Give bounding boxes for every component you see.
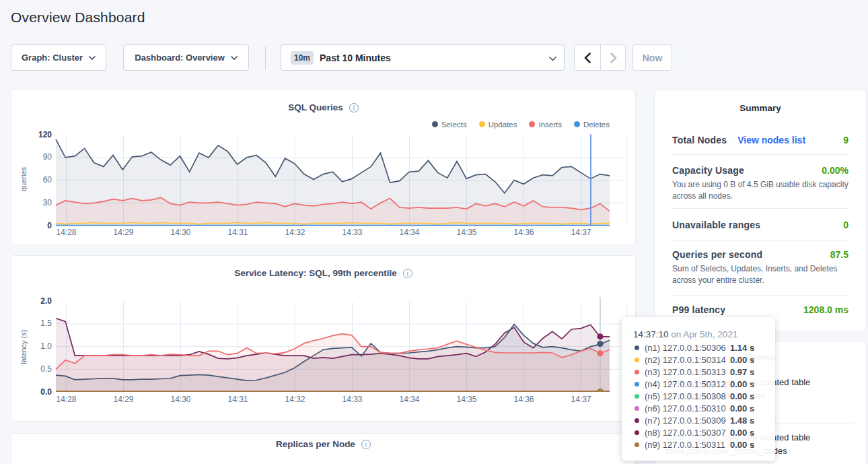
svg-text:30: 30	[43, 198, 52, 207]
svg-text:14:37: 14:37	[571, 228, 591, 237]
svg-text:14:28: 14:28	[56, 228, 76, 237]
svg-text:14:32: 14:32	[285, 395, 305, 404]
svg-text:90: 90	[43, 152, 52, 162]
svg-text:14:36: 14:36	[513, 228, 534, 237]
svg-text:14:29: 14:29	[113, 228, 133, 237]
svg-text:14:30: 14:30	[170, 395, 190, 404]
svg-text:14:36: 14:36	[513, 395, 534, 404]
svg-text:14:28: 14:28	[56, 395, 76, 404]
svg-text:14:31: 14:31	[227, 228, 248, 237]
svg-text:1.5: 1.5	[40, 319, 52, 328]
svg-text:14:30: 14:30	[170, 228, 190, 237]
svg-text:1.0: 1.0	[40, 341, 52, 351]
svg-text:14:29: 14:29	[113, 395, 133, 404]
svg-text:14:31: 14:31	[227, 395, 248, 404]
svg-text:0.5: 0.5	[40, 364, 52, 374]
svg-text:14:35: 14:35	[456, 395, 476, 404]
svg-text:120: 120	[38, 130, 52, 139]
svg-text:14:35: 14:35	[456, 228, 476, 237]
svg-text:0: 0	[47, 221, 52, 230]
svg-text:14:34: 14:34	[399, 228, 419, 237]
svg-text:14:37: 14:37	[571, 395, 591, 404]
svg-text:latency (s): latency (s)	[20, 330, 28, 364]
svg-text:14:33: 14:33	[342, 228, 362, 237]
svg-text:14:34: 14:34	[399, 395, 419, 404]
svg-text:2.0: 2.0	[40, 296, 52, 306]
svg-text:60: 60	[43, 175, 52, 185]
svg-text:queries: queries	[20, 166, 28, 191]
svg-text:14:33: 14:33	[342, 395, 362, 404]
svg-text:0.0: 0.0	[40, 387, 52, 397]
svg-text:14:32: 14:32	[285, 228, 305, 237]
